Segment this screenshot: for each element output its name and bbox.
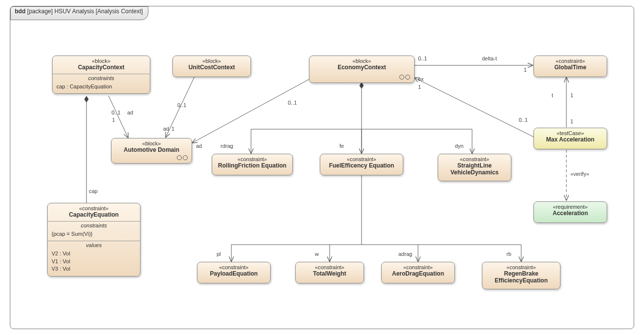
stereotype: «constraint» xyxy=(200,264,267,270)
testcase-max-acceleration[interactable]: «testCase» Max Acceleration xyxy=(533,128,607,149)
stereotype: «testCase» xyxy=(537,130,604,136)
block-economy-context[interactable]: «block» EconomyContext xyxy=(309,56,415,83)
dependency-label: «verify» xyxy=(570,171,589,177)
mult-label: 1 xyxy=(112,117,115,123)
constraint-global-time[interactable]: «constraint» GlobalTime xyxy=(533,56,607,77)
role-label: ex xyxy=(418,76,424,82)
constraint-rolling-friction[interactable]: «constraint» RollingFriction Equation xyxy=(212,154,293,175)
block-name-2: EfficiencyEquation xyxy=(485,277,557,284)
diagram-header: bdd [package] HSUV Analysis [Analysis Co… xyxy=(10,6,148,20)
block-name: RollingFriction Equation xyxy=(215,162,289,169)
role-label: dyn xyxy=(455,143,464,149)
diagram-context: [Analysis Context] xyxy=(96,8,143,15)
mult-label: 1 xyxy=(570,118,573,124)
constraint-fuel-efficiency[interactable]: «constraint» FuelEfficency Equation xyxy=(320,154,403,175)
block-name: GlobalTime xyxy=(537,64,604,71)
stereotype: «requirement» xyxy=(537,204,604,210)
section-body: cap : CapacityEquation xyxy=(53,82,150,93)
mult-label: 1 xyxy=(524,67,527,73)
mult-label: 0..1 xyxy=(418,56,427,61)
stereotype: «constraint» xyxy=(51,205,137,211)
mult-label: 0..1 xyxy=(177,102,186,108)
constraint-regen-brake[interactable]: «constraint» RegenBrake EfficiencyEquati… xyxy=(482,262,560,289)
stereotype: «constraint» xyxy=(385,264,451,270)
value-row: V2 : Vol xyxy=(52,250,136,257)
block-name: AeroDragEquation xyxy=(385,270,451,277)
role-label: w xyxy=(315,251,319,257)
section-title: constraints xyxy=(48,221,140,229)
section-body: {pcap = Sum(Vi)} xyxy=(48,229,140,241)
role-label: cap xyxy=(89,188,98,194)
stereotype: «constraint» xyxy=(537,58,604,64)
diagram-type: bdd xyxy=(15,8,26,15)
block-automotive-domain[interactable]: «block» Automotive Domain xyxy=(111,138,192,164)
role-label: pl xyxy=(217,251,221,257)
mult-label: 1 xyxy=(418,84,421,90)
stereotype: «block» xyxy=(312,58,411,64)
mult-label: 1 xyxy=(171,126,174,132)
role-label: rb xyxy=(506,251,511,257)
block-name-2: VehicleDynamics xyxy=(441,169,508,176)
requirement-acceleration[interactable]: «requirement» Acceleration xyxy=(533,201,607,223)
stereotype: «constraint» xyxy=(215,156,289,162)
diagram-pkg: [package] xyxy=(27,8,53,15)
value-row: V3 : Vol xyxy=(52,265,136,273)
block-name: EconomyContext xyxy=(312,64,411,71)
block-name: CapacityEquation xyxy=(51,211,137,218)
block-capacity-context[interactable]: «block» CapacityContext constraints cap … xyxy=(52,56,150,94)
role-label: ad xyxy=(127,110,133,115)
block-name: Automotive Domain xyxy=(114,146,189,153)
role-label: delta-t xyxy=(482,56,497,61)
role-label: adrag xyxy=(398,251,412,257)
block-name: FuelEfficency Equation xyxy=(323,162,400,169)
role-label: rdrag xyxy=(221,143,233,149)
value-row: V1 : Vol xyxy=(52,258,136,265)
block-unit-cost-context[interactable]: «block» UnitCostContext xyxy=(172,56,251,77)
stereotype: «constraint» xyxy=(485,264,557,270)
constraint-payload-equation[interactable]: «constraint» PayloadEquation xyxy=(197,262,271,283)
block-name-1: StraightLine xyxy=(441,162,508,169)
constraint-total-weight[interactable]: «constraint» TotalWeight xyxy=(295,262,364,283)
block-name-1: RegenBrake xyxy=(485,270,557,277)
role-label: t xyxy=(552,92,553,98)
block-name: Max Acceleration xyxy=(537,136,604,143)
role-label: ad xyxy=(163,126,169,132)
stereotype: «constraint» xyxy=(441,156,508,162)
stereotype: «constraint» xyxy=(299,264,361,270)
section-body: V2 : Vol V1 : Vol V3 : Vol xyxy=(48,249,140,276)
block-name: CapacityContext xyxy=(56,64,147,71)
section-title: values xyxy=(48,241,140,249)
constraint-capacity-equation[interactable]: «constraint» CapacityEquation constraint… xyxy=(47,203,140,277)
block-name: Acceleration xyxy=(537,210,604,217)
block-name: PayloadEquation xyxy=(200,270,267,277)
stereotype: «block» xyxy=(56,58,147,64)
role-label: ad xyxy=(196,143,202,149)
diagram-title: HSUV Analysis xyxy=(55,8,94,15)
constraint-straightline-dynamics[interactable]: «constraint» StraightLine VehicleDynamic… xyxy=(438,154,511,181)
mult-label: 0..1 xyxy=(112,110,120,115)
stereotype: «block» xyxy=(114,140,189,146)
block-name: TotalWeight xyxy=(299,270,361,277)
mult-label: 0..1 xyxy=(519,117,528,123)
mult-label: 1 xyxy=(570,92,573,98)
mult-label: 0..1 xyxy=(288,100,297,106)
section-title: constraints xyxy=(53,74,150,82)
stereotype: «block» xyxy=(176,58,248,64)
stereotype: «constraint» xyxy=(323,156,400,162)
composite-icon xyxy=(399,75,410,80)
role-label: fe xyxy=(339,143,344,149)
diagram-frame: bdd [package] HSUV Analysis [Analysis Co… xyxy=(10,6,634,329)
block-name: UnitCostContext xyxy=(176,64,248,71)
constraint-aero-drag[interactable]: «constraint» AeroDragEquation xyxy=(381,262,455,283)
